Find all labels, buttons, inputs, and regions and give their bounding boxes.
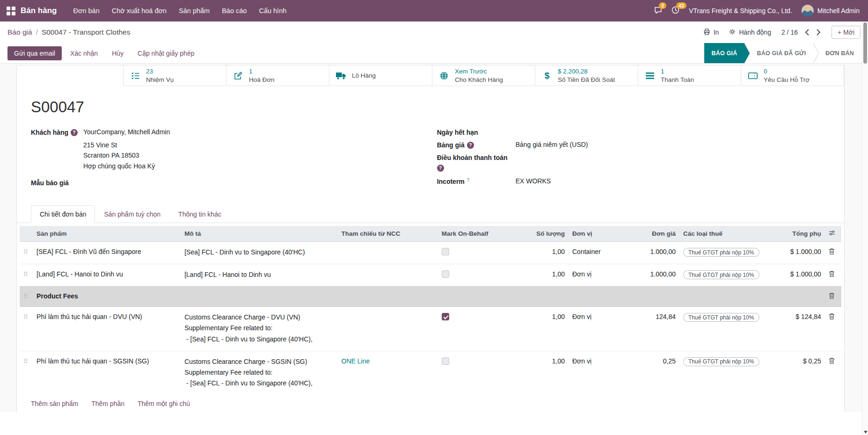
delete-row-icon[interactable] [829, 248, 835, 255]
cell-qty[interactable]: 1,00 [509, 307, 569, 351]
add-product-link[interactable]: Thêm sản phẩm [31, 400, 78, 407]
status-step-sales-order[interactable]: ĐƠN BÁN [813, 43, 861, 64]
new-button[interactable]: + Mới [832, 26, 861, 39]
order-line-row: ⠿ Phí làm thủ tục hải quan - DVU (VN) Cu… [20, 307, 841, 351]
header-taxes: Các loại thuế [679, 226, 762, 242]
drag-handle-icon[interactable]: ⠿ [23, 248, 28, 255]
cell-vendor-ref[interactable] [338, 307, 438, 351]
cell-uom[interactable]: Container [569, 242, 618, 264]
delete-row-icon[interactable] [829, 292, 835, 299]
user-menu[interactable]: Mitchell Admin [802, 5, 860, 17]
mark-on-behalf-checkbox[interactable] [442, 313, 449, 320]
vertical-scrollbar[interactable] [862, 22, 868, 435]
tab-optional-products[interactable]: Sản phẩm tuỳ chọn [95, 205, 169, 223]
gear-icon [729, 29, 736, 36]
optional-columns-toggle[interactable] [825, 226, 841, 242]
tab-other-info[interactable]: Thông tin khác [169, 205, 230, 223]
confirm-button[interactable]: Xác nhận [65, 46, 103, 60]
mark-on-behalf-checkbox[interactable] [442, 270, 449, 278]
stat-button-payments[interactable]: 1Thanh Toán [638, 65, 741, 86]
cell-uom[interactable]: Đơn vị [569, 264, 618, 287]
send-by-email-button[interactable]: Gửi qua email [7, 46, 62, 60]
cancel-button[interactable]: Hủy [106, 46, 129, 60]
customer-field-value[interactable]: YourCompany, Mitchell Admin [83, 128, 170, 136]
cell-description[interactable]: Customs Clearance Charge - DVU (VN) Supp… [181, 307, 337, 351]
status-step-quotation[interactable]: BÁO GIÁ [704, 43, 745, 64]
stat-button-reconciled-amount[interactable]: $ $ 2.200,28Số Tiền Đã Đối Soát [535, 65, 638, 86]
tax-tag[interactable]: Thuế GTGT phải nộp 10% [683, 313, 759, 322]
action-menu-button[interactable]: Hành động [729, 29, 771, 36]
cell-description[interactable]: Customs Clearance Charge - SGSIN (SG) Su… [181, 351, 337, 395]
scrollbar-thumb[interactable] [863, 22, 867, 64]
activities-button[interactable]: 43 [671, 6, 679, 15]
stat-button-tasks[interactable]: 23Nhiệm Vụ [123, 65, 226, 86]
cell-unit-price[interactable]: 1.000,00 [618, 242, 679, 264]
order-lines-table: Sản phẩm Mô tả Tham chiếu từ NCC Mark On… [20, 226, 841, 395]
app-name[interactable]: Bán hàng [21, 6, 57, 15]
incoterm-field-value[interactable]: EX WORKS [516, 177, 551, 185]
delete-row-icon[interactable] [829, 270, 835, 277]
cell-qty[interactable]: 1,00 [509, 242, 569, 264]
scrollbar-down-arrow[interactable] [864, 431, 868, 434]
tax-tag[interactable]: Thuế GTGT phải nộp 10% [683, 270, 759, 279]
stat-label: Số Tiền Đã Đối Soát [558, 76, 615, 84]
menu-reporting[interactable]: Báo cáo [216, 0, 253, 22]
menu-configuration[interactable]: Cấu hình [253, 0, 292, 22]
pager-counter[interactable]: 2 / 16 [781, 29, 798, 36]
menu-to-invoice[interactable]: Chờ xuất hoá đơn [106, 0, 173, 22]
cell-unit-price[interactable]: 0,25 [618, 351, 679, 395]
update-license-button[interactable]: Cập nhật giấy phép [132, 46, 200, 60]
cell-uom[interactable]: Đơn vị [569, 307, 618, 351]
pricelist-field-value[interactable]: Bảng giá niêm yết (USD) [516, 141, 588, 148]
messages-button[interactable]: 2 [654, 6, 662, 15]
apps-grid-icon[interactable] [7, 7, 15, 15]
drag-handle-icon[interactable]: ⠿ [23, 271, 28, 278]
menu-products[interactable]: Sản phẩm [173, 0, 216, 22]
print-button[interactable]: In [703, 28, 719, 36]
cell-qty[interactable]: 1,00 [509, 351, 569, 395]
cell-unit-price[interactable]: 124,84 [618, 307, 679, 351]
stat-button-customer-preview[interactable]: Xem TrướcCho Khách Hàng [432, 65, 535, 86]
drag-handle-icon[interactable]: ⠿ [23, 313, 28, 320]
delete-row-icon[interactable] [829, 313, 835, 320]
tax-tag[interactable]: Thuế GTGT phải nộp 10% [683, 357, 759, 366]
mark-on-behalf-checkbox[interactable] [442, 248, 449, 255]
cell-vendor-ref[interactable] [338, 242, 438, 264]
stat-label: Lô Hàng [352, 72, 376, 80]
cell-product[interactable]: [SEA] FCL - Đình Vũ đến Singapore [33, 242, 181, 264]
drag-handle-icon[interactable]: ⠿ [23, 293, 28, 300]
add-section-link[interactable]: Thêm phần [91, 400, 124, 407]
add-note-link[interactable]: Thêm một ghi chú [138, 400, 190, 407]
stat-value: 0 [764, 67, 810, 76]
cell-product[interactable]: Phí làm thủ tục hải quan - DVU (VN) [33, 307, 181, 351]
cell-product[interactable]: Phí làm thủ tục hải quan - SGSIN (SG) [33, 351, 181, 395]
cell-description[interactable]: [Sea] FCL - Dinh vu to Singapore (40'HC) [181, 242, 337, 264]
section-title[interactable]: Product Fees [33, 287, 825, 307]
breadcrumb-quotations-link[interactable]: Báo giá [7, 28, 32, 36]
stat-button-invoices[interactable]: 1Hoá Đơn [226, 65, 329, 86]
cell-vendor-ref[interactable]: ONE Line [338, 351, 438, 395]
control-panel: Báo giá / S00047 - Transport Clothes In … [0, 22, 868, 43]
cell-vendor-ref[interactable] [338, 264, 438, 287]
customer-address: 215 Vine St Scranton PA 18503 Hợp chúng … [83, 140, 437, 171]
cell-unit-price[interactable]: 1.000,00 [618, 264, 679, 287]
cell-description[interactable]: [Land] FCL - Hanoi to Dinh vu [181, 264, 337, 287]
status-step-quotation-sent[interactable]: BÁO GIÁ ĐÃ GỬI [744, 43, 813, 64]
tax-tag[interactable]: Thuế GTGT phải nộp 10% [683, 248, 759, 257]
drag-handle-icon[interactable]: ⠿ [23, 358, 28, 365]
header-uom: Đơn vị [569, 226, 618, 242]
navbar-systray: 2 43 VTrans Freight & Shipping Co., Ltd.… [654, 5, 860, 17]
stat-button-support-tickets[interactable]: 0Yêu Cầu Hỗ Trợ [741, 65, 844, 86]
pager-previous-icon[interactable] [804, 29, 810, 36]
pager-next-icon[interactable] [816, 29, 821, 36]
mark-on-behalf-checkbox[interactable] [442, 357, 449, 365]
stat-button-shipments[interactable]: Lô Hàng [329, 65, 432, 86]
cell-qty[interactable]: 1,00 [509, 264, 569, 287]
company-switcher[interactable]: VTrans Freight & Shipping Co., Ltd. [689, 7, 792, 14]
cell-uom[interactable]: Đơn vị [569, 351, 618, 395]
menu-orders[interactable]: Đơn bán [67, 0, 105, 22]
user-name: Mitchell Admin [817, 7, 860, 14]
tab-order-lines[interactable]: Chi tiết đơn bán [31, 205, 95, 223]
delete-row-icon[interactable] [829, 357, 835, 364]
cell-product[interactable]: [Land] FCL - Hanoi to Dinh vu [33, 264, 181, 287]
